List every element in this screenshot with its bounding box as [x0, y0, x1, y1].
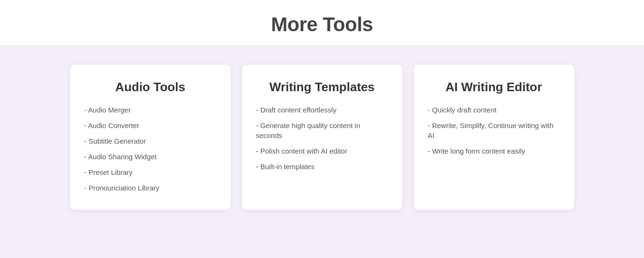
card-item-writing-templates-3: - Built-in templates: [256, 162, 388, 172]
main-section: Audio Tools- Audio Merger- Audio Convert…: [0, 46, 644, 258]
card-items-audio-tools: - Audio Merger- Audio Converter- Subtitl…: [84, 105, 217, 193]
card-item-audio-tools-3: - Audio Sharing Widget: [84, 152, 217, 162]
card-item-audio-tools-2: - Subtitle Generator: [84, 136, 217, 146]
card-title-ai-writing-editor: AI Writing Editor: [428, 80, 560, 95]
card-item-writing-templates-1: - Generate high quality content in secon…: [256, 120, 388, 140]
page-wrapper: More Tools Audio Tools- Audio Merger- Au…: [0, 0, 644, 258]
card-item-audio-tools-1: - Audio Converter: [84, 120, 217, 130]
card-item-ai-writing-editor-2: - Write long form content easily: [428, 146, 560, 156]
card-item-writing-templates-0: - Draft content effortlessly: [256, 105, 388, 115]
card-writing-templates: Writing Templates- Draft content effortl…: [242, 65, 402, 210]
section-title: More Tools: [0, 13, 644, 36]
card-title-writing-templates: Writing Templates: [256, 80, 388, 95]
card-item-audio-tools-4: - Preset Library: [84, 167, 217, 177]
card-audio-tools: Audio Tools- Audio Merger- Audio Convert…: [70, 65, 231, 210]
card-items-ai-writing-editor: - Quickly draft content- Rewrite, Simpli…: [428, 105, 560, 156]
top-bar: More Tools: [0, 0, 644, 46]
card-item-ai-writing-editor-0: - Quickly draft content: [428, 105, 560, 115]
card-ai-writing-editor: AI Writing Editor- Quickly draft content…: [414, 65, 574, 210]
card-items-writing-templates: - Draft content effortlessly- Generate h…: [256, 105, 388, 172]
cards-row: Audio Tools- Audio Merger- Audio Convert…: [39, 65, 605, 210]
card-item-writing-templates-2: - Polish content with AI editor: [256, 146, 388, 156]
card-item-ai-writing-editor-1: - Rewrite, Simplify, Continue writing wi…: [428, 120, 560, 140]
card-title-audio-tools: Audio Tools: [84, 80, 217, 95]
card-item-audio-tools-5: - Pronounciation Library: [84, 183, 217, 193]
card-item-audio-tools-0: - Audio Merger: [84, 105, 217, 115]
